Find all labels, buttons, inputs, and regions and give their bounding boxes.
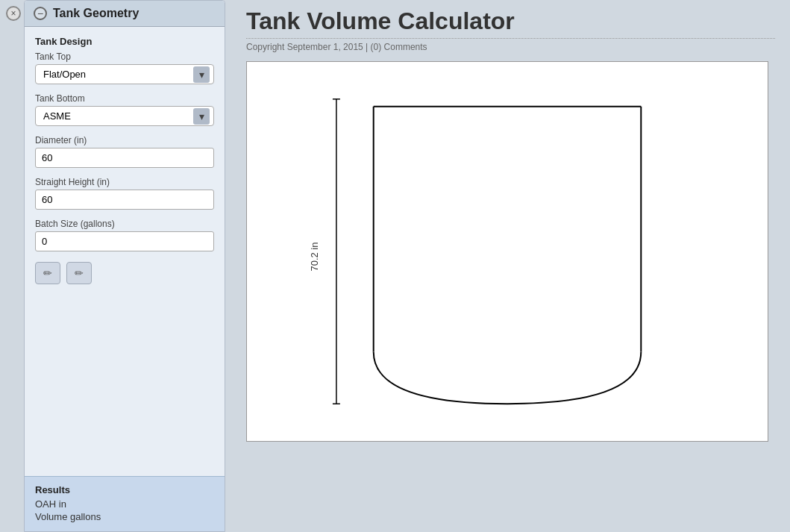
tank-bottom-dropdown[interactable]: ASME	[35, 106, 214, 126]
sidebar-title: Tank Geometry	[53, 7, 139, 20]
diameter-input[interactable]	[35, 148, 214, 168]
tank-bottom-label: Tank Bottom	[35, 93, 214, 104]
diameter-label: Diameter (in)	[35, 135, 214, 145]
pencil-icon-2: ✏	[75, 267, 84, 279]
pencil-icon-1: ✏	[43, 267, 52, 279]
edit-button-1[interactable]: ✏	[35, 262, 60, 284]
tank-diagram-svg: 70.2 in	[247, 62, 768, 441]
results-label: Results	[35, 484, 214, 495]
svg-text:70.2 in: 70.2 in	[309, 242, 320, 272]
tank-top-dropdown[interactable]: Flat/Open	[35, 64, 214, 84]
close-icon: ×	[10, 8, 16, 19]
tank-design-label: Tank Design	[35, 36, 214, 47]
action-buttons: ✏ ✏	[35, 262, 214, 284]
sidebar-body: Tank Design Tank Top Flat/Open Tank Bott…	[25, 27, 225, 301]
tank-top-label: Tank Top	[35, 51, 214, 62]
app-window: × − Tank Geometry Tank Design Tank Top F…	[0, 0, 790, 532]
oah-result: OAH in	[35, 498, 214, 510]
sidebar-header: − Tank Geometry	[25, 1, 225, 27]
batch-size-label: Batch Size (gallons)	[35, 219, 214, 229]
tank-top-dropdown-wrapper: Flat/Open	[35, 64, 214, 84]
results-section: Results OAH in Volume gallons	[25, 476, 225, 531]
edit-button-2[interactable]: ✏	[66, 262, 92, 284]
diagram-container: 70.2 in	[246, 61, 768, 442]
collapse-icon[interactable]: −	[34, 7, 47, 20]
main-content: Tank Volume Calculator Copyright Septemb…	[231, 0, 790, 532]
close-button[interactable]: ×	[6, 6, 21, 21]
tank-bottom-dropdown-wrapper: ASME	[35, 106, 214, 126]
page-title: Tank Volume Calculator	[246, 7, 775, 35]
page-subtitle: Copyright September 1, 2015 | (0) Commen…	[246, 38, 775, 52]
straight-height-input[interactable]	[35, 190, 214, 210]
straight-height-label: Straight Height (in)	[35, 177, 214, 187]
batch-size-input[interactable]	[35, 231, 214, 251]
volume-result: Volume gallons	[35, 511, 214, 522]
sidebar-panel: − Tank Geometry Tank Design Tank Top Fla…	[24, 0, 225, 532]
